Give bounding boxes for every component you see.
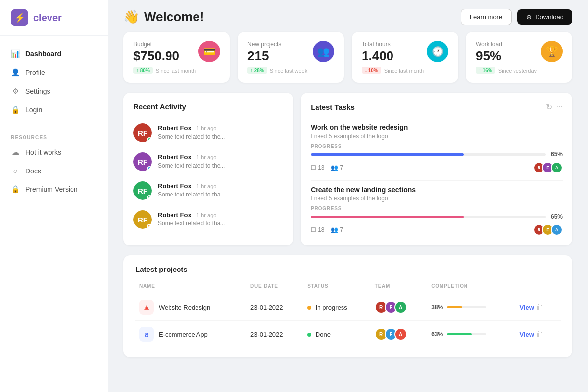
- stat-label: New projects: [247, 41, 281, 48]
- activity-item: RF Robert Fox 1 hr ago Some text related…: [133, 176, 283, 205]
- delete-button[interactable]: 🗑: [536, 330, 543, 339]
- task-members-count: 7: [340, 164, 343, 171]
- learn-more-button[interactable]: Learn more: [461, 9, 512, 25]
- completion-bar: [447, 306, 462, 308]
- activity-name: Robert Fox: [158, 124, 192, 132]
- budget-icon: 💳: [198, 41, 220, 62]
- resources-nav: ☁ Hot it works ○ Docs 🔒 Premium Version: [0, 143, 108, 198]
- progress-label: PROGRESS: [311, 144, 563, 149]
- stat-since: Since yesterday: [498, 68, 537, 74]
- task-subtitle: I need 5 examples of the logo: [311, 195, 563, 202]
- col-due-date: DUE DATE: [246, 280, 303, 294]
- stat-since: Since last month: [156, 68, 196, 74]
- progress-label: PROGRESS: [311, 206, 563, 211]
- view-button[interactable]: View: [519, 304, 534, 311]
- sidebar-item-label: Hot it works: [25, 148, 61, 156]
- tasks-actions[interactable]: ↻ ···: [546, 102, 563, 112]
- project-name: E-commerce App: [159, 331, 208, 338]
- sidebar-item-docs[interactable]: ○ Docs: [0, 162, 108, 180]
- recent-activity-card: Recent Activity RF Robert Fox 1 hr ago S…: [123, 93, 293, 245]
- sidebar-item-label: Premium Version: [25, 185, 78, 193]
- checkbox-icon: ☐: [311, 226, 316, 233]
- wave-icon: 👋: [123, 9, 139, 24]
- project-name-cell: 🔺 Website Redesign: [139, 300, 243, 315]
- sidebar-item-premium[interactable]: 🔒 Premium Version: [0, 180, 108, 198]
- logo: ⚡ clever: [0, 0, 108, 36]
- table-row: 🔺 Website Redesign 23-01-2022 In progres…: [135, 294, 561, 321]
- project-team: R F A: [371, 294, 427, 321]
- completion-bar-wrap: [447, 306, 486, 308]
- download-button[interactable]: ⊕ Download: [517, 9, 572, 24]
- avatar: RF: [133, 123, 152, 142]
- task-item: Create the new landing sections I need 5…: [311, 181, 563, 236]
- latest-tasks-card: Latest Tasks ↻ ··· Work on the website r…: [301, 93, 572, 245]
- project-name: Website Redesign: [159, 304, 210, 311]
- project-status: In progress: [303, 294, 371, 321]
- project-completion: 63%: [427, 321, 515, 348]
- sidebar-item-label: Settings: [25, 87, 50, 95]
- activity-text: Some text related to tha...: [158, 191, 283, 198]
- stat-label: Total hours: [362, 41, 393, 48]
- activity-time: 1 hr ago: [196, 125, 216, 131]
- task-avatar: A: [551, 162, 563, 173]
- team-avatar: A: [394, 328, 407, 341]
- progress-percent: 65%: [551, 151, 563, 158]
- activity-item: RF Robert Fox 1 hr ago Some text related…: [133, 205, 283, 234]
- latest-projects-card: Latest projects NAME DUE DATE STATUS TEA…: [123, 255, 572, 357]
- more-icon[interactable]: ···: [556, 102, 563, 112]
- project-actions: View 🗑: [515, 321, 561, 348]
- sidebar-item-label: Profile: [25, 69, 45, 76]
- project-icon: 🔺: [139, 300, 154, 315]
- col-status: STATUS: [303, 280, 371, 294]
- stat-value: 215: [247, 49, 281, 64]
- stat-value: 1.400: [362, 49, 393, 64]
- header-actions: Learn more ⊕ Download: [461, 9, 572, 25]
- progress-bar: [311, 216, 464, 218]
- page-title: 👋 Welcome!: [123, 9, 204, 24]
- view-button[interactable]: View: [519, 331, 534, 338]
- refresh-icon[interactable]: ↻: [546, 102, 552, 112]
- activity-name: Robert Fox: [158, 182, 192, 190]
- stat-since: Since last month: [384, 68, 424, 74]
- task-checklist-count: 13: [318, 164, 324, 171]
- task-subtitle: I need 5 examples of the logo: [311, 133, 563, 140]
- download-icon: ⊕: [526, 13, 532, 21]
- logo-icon: ⚡: [11, 9, 28, 26]
- activity-time: 1 hr ago: [196, 183, 216, 189]
- logo-text: clever: [33, 12, 62, 24]
- team-avatars: R F A: [375, 328, 423, 341]
- completion-bar-wrap: [447, 333, 486, 335]
- delete-button[interactable]: 🗑: [536, 303, 543, 312]
- sidebar-item-how-it-works[interactable]: ☁ Hot it works: [0, 143, 108, 162]
- task-avatars: R F A: [533, 224, 563, 236]
- sidebar-item-settings[interactable]: ⚙ Settings: [0, 82, 108, 100]
- progress-bar-wrap: [311, 216, 546, 218]
- recent-activity-title: Recent Activity: [133, 102, 283, 111]
- welcome-text: Welcome!: [144, 9, 204, 24]
- task-item: Work on the website redesign I need 5 ex…: [311, 119, 563, 181]
- status-dot: [307, 306, 311, 310]
- team-avatars: R F A: [375, 301, 423, 314]
- project-completion: 38%: [427, 294, 515, 321]
- activity-text: Some text related to the...: [158, 162, 283, 169]
- premium-icon: 🔒: [11, 185, 20, 194]
- activity-name: Robert Fox: [158, 211, 192, 219]
- sidebar-item-login[interactable]: 🔒 Login: [0, 100, 108, 119]
- projects-icon: 👥: [313, 41, 334, 62]
- sidebar-item-profile[interactable]: 👤 Profile: [0, 63, 108, 82]
- stat-badge: ↓ 10%: [362, 67, 381, 74]
- status-dot: [307, 333, 311, 337]
- stat-since: Since last week: [270, 68, 307, 74]
- avatar: RF: [133, 210, 152, 229]
- task-title: Work on the website redesign: [311, 123, 563, 131]
- avatar: RF: [133, 152, 152, 171]
- completion-pct: 63%: [431, 331, 443, 338]
- task-avatars: R F A: [533, 162, 563, 173]
- activity-item: RF Robert Fox 1 hr ago Some text related…: [133, 119, 283, 147]
- sidebar-item-dashboard[interactable]: 📊 Dashboard: [0, 45, 108, 63]
- task-meta: ☐ 13 👥 7 R F A: [311, 162, 563, 173]
- task-checklist-count: 18: [318, 226, 324, 233]
- project-status: Done: [303, 321, 371, 348]
- stats-row: Budget $750.90 💳 ↑ 80% Since last month …: [108, 32, 588, 93]
- cloud-icon: ☁: [11, 148, 20, 157]
